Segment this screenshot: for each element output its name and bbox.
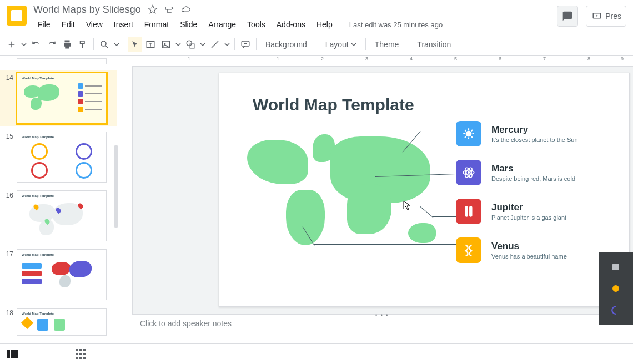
menu-addons[interactable]: Add-ons [272,18,310,31]
thumb-number: 18 [0,308,17,317]
undo-button[interactable] [29,37,43,52]
transition-button[interactable]: Transition [411,37,456,52]
menu-arrange[interactable]: Arrange [204,18,240,31]
new-slide-dropdown[interactable] [20,37,28,52]
move-icon[interactable] [164,4,174,14]
menu-view[interactable]: View [82,18,107,31]
select-tool[interactable] [128,37,142,52]
slide-thumbnails[interactable]: 14 World Map Template 15 World Map Templ… [0,56,120,343]
new-slide-button[interactable] [4,37,19,52]
document-title[interactable]: World Maps by Slidesgo [33,4,141,16]
slide-title[interactable]: World Map Template [253,95,414,114]
gear-icon [461,127,476,141]
svg-rect-14 [469,206,472,217]
separator [93,38,94,50]
venus-badge[interactable] [456,237,481,263]
comment-tool[interactable] [238,37,253,52]
svg-rect-26 [79,357,82,359]
callout-title: Mercury [491,124,578,135]
thumb-number: 14 [0,73,17,82]
menu-insert[interactable]: Insert [109,18,138,31]
background-button[interactable]: Background [260,37,313,52]
callout-desc: Venus has a beautiful name [491,253,567,260]
vertical-ruler [120,56,133,343]
cloud-icon[interactable] [181,4,191,14]
last-edit-link[interactable]: Last edit was 25 minutes ago [349,21,443,29]
svg-rect-18 [11,350,18,358]
present-button[interactable]: Pres [586,6,626,27]
separator [234,38,235,50]
slides-logo[interactable] [7,6,27,26]
thumbnail-scrollbar[interactable] [114,145,118,228]
horizontal-ruler: 1 1 2 3 4 5 6 7 8 9 [132,56,633,67]
view-footer [0,343,633,364]
jupiter-badge[interactable] [456,199,481,224]
slide-thumb-14[interactable]: World Map Template [17,73,107,124]
mercury-badge[interactable] [456,121,481,146]
slide-thumb-18[interactable]: World Map Template [17,308,107,336]
menu-slide[interactable]: Slide [175,18,202,31]
callout-title: Mars [491,163,575,174]
slide-canvas-area[interactable]: 1 1 2 3 4 5 6 7 8 9 World Map Template [120,56,633,343]
toolbar: Background Layout Theme Transition [0,33,633,56]
svg-rect-19 [76,349,78,351]
speaker-notes[interactable]: • • • Click to add speaker notes [132,314,633,343]
svg-rect-21 [83,349,86,351]
svg-rect-25 [76,357,78,359]
callout-desc: Planet Jupiter is a gas giant [491,214,566,221]
image-dropdown[interactable] [174,37,182,52]
thumb-number: 16 [0,190,17,199]
thumb-title: World Map Template [22,312,54,315]
notes-placeholder: Click to add speaker notes [140,319,232,328]
svg-rect-15 [612,264,619,270]
menu-edit[interactable]: Edit [57,18,79,31]
image-tool[interactable] [159,37,173,52]
play-icon [592,11,602,21]
menu-bar: File Edit View Insert Format Slide Arran… [33,18,557,31]
callout-desc: It's the closest planet to the Sun [491,136,578,143]
svg-point-16 [612,285,619,292]
theme-button[interactable]: Theme [369,37,405,52]
slide-thumb-17[interactable]: World Map Template [17,249,107,300]
menu-tools[interactable]: Tools [243,18,270,31]
side-panel-btn-2[interactable] [608,281,624,296]
grid-view-button[interactable] [74,348,87,360]
line-tool[interactable] [208,37,222,52]
shape-tool[interactable] [183,37,198,52]
slide-thumb-15[interactable]: World Map Template [17,132,107,183]
zoom-dropdown[interactable] [113,37,120,52]
textbox-tool[interactable] [143,37,158,52]
shape-dropdown[interactable] [199,37,207,52]
comments-button[interactable] [557,6,578,27]
notes-resize-handle[interactable]: • • • [375,312,390,316]
print-button[interactable] [60,37,74,52]
menu-file[interactable]: File [33,18,55,31]
callout-desc: Despite being red, Mars is cold [491,175,575,182]
svg-rect-17 [7,350,10,358]
menu-help[interactable]: Help [312,18,337,31]
side-panel-btn-3[interactable] [608,302,624,318]
svg-rect-23 [79,353,82,355]
slide-canvas[interactable]: World Map Template [219,73,630,307]
side-panel-btn-1[interactable] [608,259,624,275]
comment-icon [562,11,573,22]
line-dropdown[interactable] [223,37,231,52]
separator [365,38,366,50]
menu-format[interactable]: Format [140,18,173,31]
thumb-title: World Map Template [22,194,54,198]
explore-side-panel [599,252,633,325]
svg-point-8 [466,131,472,137]
mars-badge[interactable] [456,160,481,185]
paint-format-button[interactable] [76,37,90,52]
slide-thumb-16[interactable]: World Map Template [17,190,107,241]
filmstrip-view-button[interactable] [7,348,19,360]
layout-button[interactable]: Layout [320,37,362,52]
separator [124,38,124,50]
redo-button[interactable] [44,37,59,52]
star-icon[interactable] [148,4,158,14]
present-label: Pres [605,12,621,21]
separator [256,38,257,50]
svg-point-4 [164,43,165,44]
zoom-button[interactable] [97,37,112,52]
thumb-number: 15 [0,132,17,140]
